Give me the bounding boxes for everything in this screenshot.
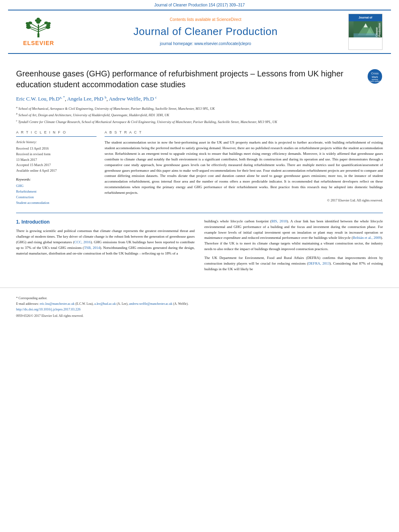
journal-header: ELSEVIER Contents lists available at Sci…: [8, 10, 391, 54]
journal-citation: Journal of Cleaner Production 154 (2017)…: [154, 3, 245, 7]
author-2-name: Angela Lee, PhD: [67, 96, 103, 102]
email-2[interactable]: a.lee@hud.ac.uk: [95, 302, 116, 306]
section-divider: [16, 213, 383, 213]
elsevier-logo-section: ELSEVIER: [14, 16, 63, 47]
affil-b: b School of Art, Design and Architecture…: [16, 112, 383, 118]
history-received: Received 13 April 2016: [16, 146, 97, 151]
ref-ccc: CCC, 2016: [74, 240, 90, 244]
affiliations-section: a School of Mechanical, Aerospace & Civi…: [16, 105, 383, 125]
article-info-abstract-section: A R T I C L E I N F O Article history: R…: [16, 130, 383, 206]
svg-rect-24: [354, 33, 378, 37]
elsevier-logo: ELSEVIER: [14, 16, 63, 47]
affil-c: c Tyndall Centre for Climate Change Rese…: [16, 119, 383, 125]
svg-text:Mark: Mark: [372, 76, 378, 78]
intro-section-title: 1. Introduction: [16, 219, 195, 226]
keywords-label: Keywords:: [16, 177, 97, 182]
cleaner-production-logo: Journal of CleanerProduction: [348, 14, 383, 50]
authors-line: Eric C.W. Lou, Ph.Da, *, Angela Lee, PhD…: [16, 95, 383, 103]
crossmark-logo: Cross Mark Check updates: [367, 68, 383, 86]
author-1-name: Eric C.W. Lou, Ph.D: [16, 96, 60, 102]
elsevier-wordmark: ELSEVIER: [23, 39, 54, 47]
intro-left-column: 1. Introduction There is growing scienti…: [16, 219, 195, 275]
email-1[interactable]: eric.lou@manchester.ac.uk: [40, 302, 75, 306]
ref-defra: DEFRA, 2013: [308, 261, 329, 265]
sciencedirect-link: Contents lists available at ScienceDirec…: [63, 17, 348, 23]
article-info-header: A R T I C L E I N F O: [16, 130, 97, 137]
journal-homepage: journal homepage: www.elsevier.com/locat…: [63, 41, 348, 47]
keyword-ghg: GHG: [16, 184, 97, 189]
svg-text:Cross: Cross: [371, 72, 379, 75]
ref-tsb: TSB, 2014: [84, 246, 100, 250]
cp-top-text: Journal of: [359, 16, 372, 20]
abstract-column: A B S T R A C T The student accommodatio…: [105, 130, 383, 206]
page-wrapper: Journal of Cleaner Production 154 (2017)…: [0, 0, 399, 322]
history-accepted: Accepted 15 March 2017: [16, 163, 97, 168]
email-addresses: E-mail addresses: eric.lou@manchester.ac…: [16, 302, 383, 306]
cp-top-strip: Journal of: [349, 14, 382, 21]
elsevier-tree-icon: [23, 16, 55, 39]
svg-text:Check updates: Check updates: [368, 80, 382, 82]
journal-title: Journal of Cleaner Production: [63, 24, 348, 39]
intro-right-column: building's whole lifecycle carbon footpr…: [204, 219, 383, 275]
svg-point-11: [26, 22, 29, 25]
email-label: E-mail addresses:: [16, 302, 40, 306]
ref-bribian: Bribián et al., 2009: [353, 236, 381, 240]
ref-bis: BIS, 2010: [271, 219, 287, 223]
svg-line-7: [38, 24, 45, 28]
main-content: Greenhouse gases (GHG) performance of re…: [0, 54, 399, 206]
svg-point-19: [37, 18, 40, 20]
footer-section: * Corresponding author. E-mail addresses…: [0, 288, 399, 322]
cp-mountain-icon: [354, 21, 378, 37]
history-revised-label: Received in revised form: [16, 152, 97, 157]
introduction-section: 1. Introduction There is growing scienti…: [0, 219, 399, 275]
article-info-column: A R T I C L E I N F O Article history: R…: [16, 130, 97, 206]
doi[interactable]: http://dx.doi.org/10.1016/j.jclepro.2017…: [16, 307, 80, 311]
history-revised-date: 13 March 2017: [16, 158, 97, 162]
svg-line-4: [31, 24, 38, 28]
cp-bottom-text: CleanerProduction: [375, 23, 381, 37]
cp-middle: CleanerProduction: [349, 21, 382, 37]
svg-point-15: [47, 22, 51, 25]
abstract-header: A B S T R A C T: [105, 130, 383, 137]
homepage-url: www.elsevier.com/locate/jclepro: [194, 41, 251, 46]
journal-citation-bar: Journal of Cleaner Production 154 (2017)…: [0, 0, 399, 10]
doi-link: http://dx.doi.org/10.1016/j.jclepro.2017…: [16, 307, 383, 312]
keywords-section: Keywords: GHG Refurbishment Construction…: [16, 177, 97, 205]
article-title: Greenhouse gases (GHG) performance of re…: [16, 68, 360, 90]
issn-line: 0959-6526/© 2017 Elsevier Ltd. All right…: [16, 314, 383, 318]
keyword-construction: Construction: [16, 195, 97, 200]
keyword-student-accom: Student accommodation: [16, 201, 97, 205]
sciencedirect-text: ScienceDirect: [216, 17, 241, 22]
author-3-name: Andrew Welfle, Ph.D: [109, 96, 154, 102]
journal-title-section: Contents lists available at ScienceDirec…: [63, 17, 348, 47]
history-available: Available online 4 April 2017: [16, 168, 97, 173]
email-3[interactable]: andrew.welfle@manchester.ac.uk: [129, 302, 172, 306]
abstract-text: The student accommodation sector in now …: [105, 140, 383, 196]
intro-para-1: There is growing scientific and politica…: [16, 228, 195, 257]
history-label: Article history:: [16, 140, 97, 145]
article-title-section: Greenhouse gases (GHG) performance of re…: [16, 68, 383, 90]
keyword-refurbishment: Refurbishment: [16, 189, 97, 194]
copyright-line: © 2017 Elsevier Ltd. All rights reserved…: [105, 198, 383, 203]
corresponding-author-note: * Corresponding author.: [16, 296, 383, 300]
intro-para-3: The UK Department for Environment, Food …: [204, 255, 383, 272]
cleaner-production-logo-section: Journal of CleanerProduction: [348, 14, 385, 50]
affil-a: a School of Mechanical, Aerospace & Civi…: [16, 105, 383, 111]
intro-para-2: building's whole lifecycle carbon footpr…: [204, 219, 383, 253]
article-history: Article history: Received 13 April 2016 …: [16, 140, 97, 173]
